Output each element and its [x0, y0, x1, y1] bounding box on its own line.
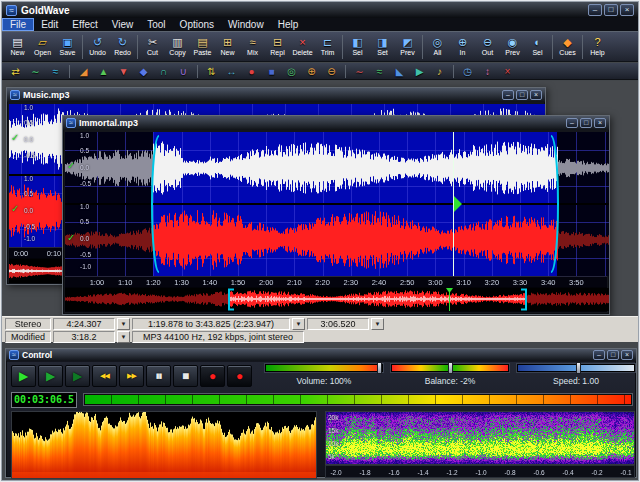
paste-new-button[interactable]: ⊞New — [215, 33, 240, 60]
effect-icon-10[interactable]: ⇅ — [202, 64, 221, 79]
open-button[interactable]: ▱Open — [30, 33, 55, 60]
menu-tool[interactable]: Tool — [140, 18, 172, 31]
effect-icon-21[interactable]: ♪ — [430, 64, 449, 79]
copy-button[interactable]: ▥Copy — [165, 33, 190, 60]
maximize-button[interactable]: □ — [580, 118, 592, 128]
effect-icon-23[interactable]: ↕ — [478, 64, 497, 79]
effect-icon-4[interactable]: ◢ — [74, 64, 93, 79]
balance-slider[interactable] — [391, 364, 509, 372]
paste-button[interactable]: ▤Paste — [190, 33, 215, 60]
effect-icon-3[interactable]: ≈ — [46, 64, 65, 79]
effect-icon-8[interactable]: ∩ — [154, 64, 173, 79]
maximize-button[interactable]: □ — [607, 350, 619, 360]
menu-effect[interactable]: Effect — [65, 18, 104, 31]
overview-strip-immortal[interactable] — [65, 288, 609, 311]
close-button[interactable]: × — [530, 90, 542, 100]
menu-help[interactable]: Help — [271, 18, 306, 31]
volume-slider[interactable] — [265, 364, 383, 372]
menu-view[interactable]: View — [105, 18, 141, 31]
play-all-button[interactable]: ▶ — [38, 365, 63, 387]
new-button[interactable]: ▤New — [5, 33, 30, 60]
status-selection-menu[interactable]: ▼ — [292, 318, 305, 330]
delete-button[interactable]: ×Delete — [290, 33, 315, 60]
status-marker-menu[interactable]: ▼ — [117, 331, 130, 343]
mix-button[interactable]: ≈Mix — [240, 33, 265, 60]
effect-icon-22[interactable]: ◷ — [458, 64, 477, 79]
effect-icon-11[interactable]: ↔ — [222, 64, 241, 79]
zoom-all-button[interactable]: ◎All — [425, 33, 450, 60]
menu-options[interactable]: Options — [173, 18, 221, 31]
menu-file[interactable]: File — [2, 18, 34, 31]
effect-icon-7[interactable]: ◆ — [134, 64, 153, 79]
help-button[interactable]: ?Help — [585, 33, 610, 60]
effect-icon-15[interactable]: ⊕ — [302, 64, 321, 79]
menu-edit[interactable]: Edit — [34, 18, 65, 31]
replace-button[interactable]: ⊟Repl — [265, 33, 290, 60]
trim-button[interactable]: ⊏Trim — [315, 33, 340, 60]
fast-forward-button[interactable]: ▶▶ — [119, 365, 144, 387]
undo-button[interactable]: ↺Undo — [85, 33, 110, 60]
close-button[interactable]: × — [621, 350, 633, 360]
close-button[interactable]: × — [594, 118, 606, 128]
record-button[interactable]: ● — [200, 365, 225, 387]
status-position-menu[interactable]: ▼ — [371, 318, 384, 330]
effect-icon-5[interactable]: ▲ — [94, 64, 113, 79]
play-button[interactable]: ▶ — [11, 365, 36, 387]
cues-button[interactable]: ◆Cues — [555, 33, 580, 60]
stop-button[interactable]: ■ — [173, 365, 198, 387]
effect-icon-9[interactable]: ∪ — [174, 64, 193, 79]
balance-slider-thumb[interactable] — [448, 362, 453, 374]
speed-slider[interactable] — [517, 364, 635, 372]
save-button[interactable]: ▣Save — [55, 33, 80, 60]
zoom-out-button[interactable]: ⊖Out — [475, 33, 500, 60]
speed-slider-thumb[interactable] — [576, 362, 581, 374]
set-button[interactable]: ◨Set — [370, 33, 395, 60]
sel-button[interactable]: ◧Sel — [345, 33, 370, 60]
left-channel-check-icon[interactable]: ✓ — [67, 160, 75, 171]
zoom-sel-button[interactable]: ◐Sel — [525, 33, 550, 60]
effect-icon-13[interactable]: ■ — [262, 64, 281, 79]
effect-icon-1[interactable]: ⇄ — [6, 64, 25, 79]
minimize-button[interactable]: – — [593, 350, 605, 360]
effect-icon-18[interactable]: ≈ — [370, 64, 389, 79]
close-button[interactable]: × — [620, 4, 634, 16]
prev-button[interactable]: ◩Prev — [395, 33, 420, 60]
minimize-button[interactable]: – — [588, 4, 602, 16]
maximize-button[interactable]: □ — [604, 4, 618, 16]
effect-icon-16[interactable]: ⊖ — [322, 64, 341, 79]
left-channel-check-icon[interactable]: ✓ — [11, 132, 19, 143]
right-channel-check-icon[interactable]: ✓ — [67, 232, 75, 243]
redo-icon: ↻ — [118, 36, 127, 49]
effect-icon-17[interactable]: ∼ — [350, 64, 369, 79]
rewind-button[interactable]: ◀◀ — [92, 365, 117, 387]
document-window-immortal[interactable]: ≈ Immortal.mp3 –□× 1.00.50.0-0.51.00.50.… — [62, 115, 610, 315]
minimize-button[interactable]: – — [502, 90, 514, 100]
effect-icon-6[interactable]: ▼ — [114, 64, 133, 79]
effect-icon-12[interactable]: ● — [242, 64, 261, 79]
cut-button[interactable]: ✂Cut — [140, 33, 165, 60]
record-new-button[interactable]: ● — [227, 365, 252, 387]
right-channel-check-icon[interactable]: ✓ — [11, 203, 19, 214]
time-ruler-immortal[interactable]: 1:001:101:201:301:401:502:002:102:202:30… — [65, 276, 607, 287]
pause-button[interactable]: ▮▮ — [146, 365, 171, 387]
effect-icon-20[interactable]: ▶ — [410, 64, 429, 79]
play-selection-button[interactable]: ▶ — [65, 365, 90, 387]
document-title-bar-immortal[interactable]: ≈ Immortal.mp3 –□× — [63, 116, 609, 130]
zoom-in-button[interactable]: ⊕In — [450, 33, 475, 60]
maximize-button[interactable]: □ — [516, 90, 528, 100]
effect-icon-19[interactable]: ◣ — [390, 64, 409, 79]
title-bar[interactable]: ≈ GoldWave –□× — [2, 2, 638, 18]
control-window[interactable]: ≈ Control –□× ▶▶▶◀◀▶▶▮▮■●● Volume: 100% … — [5, 348, 637, 478]
minimize-button[interactable]: – — [566, 118, 578, 128]
waveform-view-immortal[interactable] — [65, 132, 609, 276]
menu-window[interactable]: Window — [221, 18, 271, 31]
effect-icon-24[interactable]: × — [498, 64, 517, 79]
status-length-menu[interactable]: ▼ — [117, 318, 130, 330]
effect-icon-14[interactable]: ◎ — [282, 64, 301, 79]
document-title-bar-music[interactable]: ≈ Music.mp3 –□× — [7, 88, 545, 102]
zoom-prev-button[interactable]: ◉Prev — [500, 33, 525, 60]
effect-icon-2[interactable]: ∼ — [26, 64, 45, 79]
volume-slider-thumb[interactable] — [377, 362, 382, 374]
redo-button[interactable]: ↻Redo — [110, 33, 135, 60]
control-title-bar[interactable]: ≈ Control –□× — [6, 349, 636, 361]
